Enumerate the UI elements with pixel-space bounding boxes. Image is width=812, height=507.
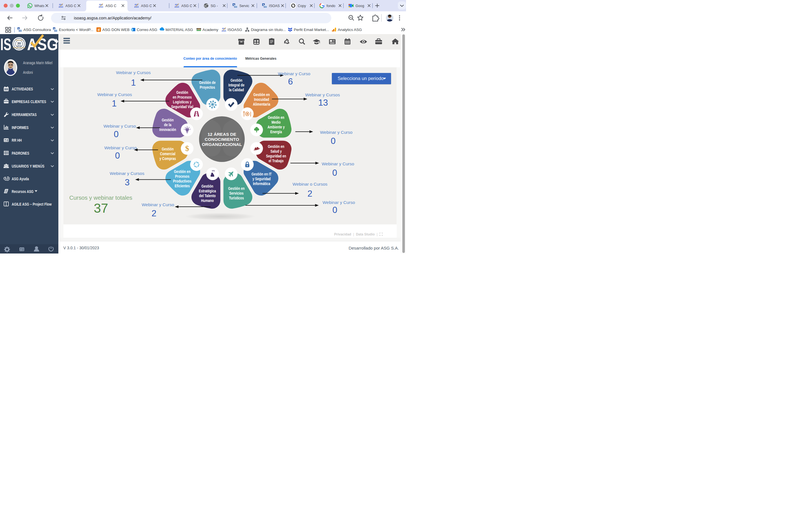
- svg-text:de la: de la: [164, 122, 172, 127]
- svg-text:Gestión: Gestión: [202, 184, 213, 188]
- svg-text:3: 3: [124, 177, 130, 187]
- svg-text:Perfit Email Market...: Perfit Email Market...: [294, 27, 329, 32]
- svg-text:INFORMES: INFORMES: [12, 125, 29, 129]
- svg-text:Gestión en: Gestión en: [268, 144, 285, 149]
- svg-text:fondo: fondo: [326, 4, 335, 8]
- svg-text:AÑOS: AÑOS: [17, 45, 21, 47]
- svg-text:Alimentaria: Alimentaria: [253, 102, 270, 107]
- svg-text:Seguridad Vial: Seguridad Vial: [171, 105, 193, 109]
- svg-text:ASG: ASG: [197, 28, 200, 30]
- svg-text:0: 0: [331, 136, 336, 146]
- svg-text:y Compras: y Compras: [160, 156, 176, 161]
- svg-text:Whats: Whats: [35, 4, 44, 8]
- svg-text:SG: SG: [264, 6, 267, 8]
- svg-text:0: 0: [114, 129, 118, 139]
- svg-text:Proyectos: Proyectos: [200, 85, 215, 90]
- svg-text:Escritorio < WordP...: Escritorio < WordP...: [59, 27, 93, 32]
- svg-text:SG: SG: [234, 6, 238, 8]
- svg-text:Andoni: Andoni: [23, 70, 33, 74]
- svg-text:y Seguridad: y Seguridad: [252, 177, 271, 181]
- svg-text:Servic: Servic: [239, 4, 249, 8]
- svg-text:Innovación: Innovación: [159, 127, 176, 132]
- svg-text:$: $: [185, 144, 189, 153]
- svg-text:Gestión en: Gestión en: [268, 115, 285, 120]
- svg-text:Servicios: Servicios: [229, 191, 244, 195]
- svg-text:ASG C: ASG C: [105, 4, 116, 8]
- svg-text:del Talento: del Talento: [199, 193, 216, 198]
- svg-text:Métricas Generales: Métricas Generales: [245, 56, 276, 61]
- svg-text:Analytics ASG: Analytics ASG: [338, 27, 362, 32]
- svg-text:Copy: Copy: [298, 4, 306, 8]
- svg-text:Logísticos y: Logísticos y: [173, 100, 192, 104]
- svg-text:ASG: ASG: [134, 6, 139, 8]
- svg-text:SG: SG: [18, 30, 22, 32]
- svg-text:Turísticos: Turísticos: [229, 196, 244, 200]
- svg-text:CONOCIMIENTO: CONOCIMIENTO: [205, 137, 239, 142]
- svg-text:d: d: [98, 28, 100, 32]
- svg-text:ASG: ASG: [99, 6, 103, 8]
- svg-text:1: 1: [131, 78, 136, 88]
- svg-text:Productivos: Productivos: [173, 179, 192, 183]
- svg-text:la Calidad: la Calidad: [229, 88, 244, 92]
- svg-text:Webinar y Curso: Webinar y Curso: [103, 124, 136, 128]
- svg-text:Integral de: Integral de: [229, 83, 245, 87]
- svg-text:Procesos: Procesos: [175, 174, 190, 179]
- svg-text:Ambiente y: Ambiente y: [267, 125, 285, 129]
- svg-text:Eficientes: Eficientes: [175, 184, 190, 188]
- svg-text:Cursos y webinar totales: Cursos y webinar totales: [69, 194, 133, 201]
- svg-text:ASG: ASG: [59, 6, 63, 8]
- svg-text:13: 13: [318, 98, 328, 108]
- svg-text:ASG Ayuda: ASG Ayuda: [12, 177, 29, 181]
- svg-text:ASG C: ASG C: [141, 4, 152, 8]
- svg-text:Conteo por área de conocimient: Conteo por área de conocimiento: [184, 56, 237, 61]
- svg-text:Inocuidad: Inocuidad: [254, 97, 269, 102]
- svg-text:Webinar y Curso: Webinar y Curso: [322, 161, 354, 166]
- svg-text:2: 2: [151, 209, 156, 218]
- svg-text:Webinar y Curso: Webinar y Curso: [104, 145, 137, 150]
- svg-text:RR HH: RR HH: [12, 138, 22, 143]
- svg-text:ASG Consultora: ASG Consultora: [23, 27, 51, 32]
- svg-text:Seguridad en: Seguridad en: [266, 154, 286, 158]
- svg-text:Diagrama sin título...: Diagrama sin título...: [251, 27, 286, 32]
- svg-text:0: 0: [115, 151, 120, 161]
- svg-text:ISOAS: ISOAS: [269, 4, 280, 8]
- svg-text:· HACIENDO QUE PASE ·: · HACIENDO QUE PASE ·: [12, 47, 26, 48]
- svg-text:HERRAMIENTAS: HERRAMIENTAS: [12, 112, 37, 117]
- svg-text:Gestión en: Gestión en: [174, 169, 191, 174]
- svg-text:Webinar y Curso: Webinar y Curso: [322, 200, 355, 205]
- svg-text:EMPRESAS CLIENTES: EMPRESAS CLIENTES: [12, 99, 46, 104]
- svg-text:ORGANIZACIONAL: ORGANIZACIONAL: [202, 142, 242, 147]
- svg-text:Energía: Energía: [270, 129, 282, 134]
- svg-text:0: 0: [332, 168, 337, 178]
- svg-text:USUARIOS Y MENÚS: USUARIOS Y MENÚS: [12, 163, 45, 168]
- svg-text:ACTIVIDADES: ACTIVIDADES: [12, 87, 33, 91]
- svg-text:Webinar y Cursos: Webinar y Cursos: [110, 171, 144, 176]
- svg-text:Webinar y Curso: Webinar y Curso: [278, 71, 310, 76]
- svg-text:el Trabajo: el Trabajo: [269, 159, 284, 163]
- svg-text:ASG C: ASG C: [65, 4, 77, 8]
- svg-text:2: 2: [307, 189, 312, 199]
- svg-text:Gestión: Gestión: [162, 118, 174, 122]
- svg-text:12 ÁREAS DE: 12 ÁREAS DE: [207, 132, 236, 136]
- svg-text:Webinar y Cursos: Webinar y Cursos: [97, 92, 132, 97]
- svg-text:SG: SG: [54, 30, 57, 32]
- svg-text:ASG C: ASG C: [181, 4, 192, 8]
- svg-text:30: 30: [17, 41, 21, 45]
- svg-text:6: 6: [288, 76, 293, 87]
- svg-text:SG -: SG -: [211, 4, 218, 8]
- svg-text:ASG: ASG: [174, 6, 179, 8]
- svg-text:Medio: Medio: [271, 120, 281, 124]
- svg-text:ASG DON WEB: ASG DON WEB: [102, 27, 130, 32]
- svg-text:Salud y: Salud y: [270, 149, 282, 154]
- svg-text:Aranaga Marin Mikel: Aranaga Marin Mikel: [23, 60, 53, 65]
- svg-text:ISOASG: ISOASG: [227, 27, 242, 32]
- svg-text:Webinar y Cursos: Webinar y Cursos: [305, 93, 340, 97]
- svg-text:ASG: ASG: [221, 30, 226, 32]
- svg-text:Webinar y Curso: Webinar y Curso: [142, 202, 174, 207]
- svg-text:AGILE ASG – Project Flow: AGILE ASG – Project Flow: [12, 202, 52, 207]
- svg-text:Correo ASG: Correo ASG: [137, 27, 157, 32]
- svg-text:MATERIAL ASG: MATERIAL ASG: [165, 27, 193, 32]
- svg-text:· DESDE 1985 ·: · DESDE 1985 ·: [15, 40, 23, 41]
- svg-text:Gestión: Gestión: [176, 90, 188, 95]
- svg-text:37: 37: [94, 201, 108, 216]
